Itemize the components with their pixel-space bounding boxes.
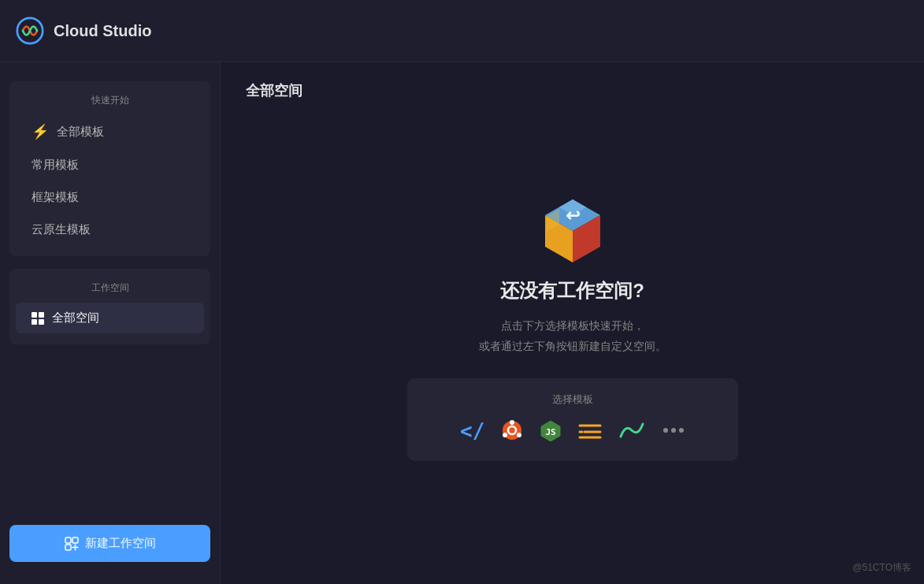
sidebar-item-common-templates[interactable]: 常用模板 (16, 150, 204, 180)
sidebar-item-all-spaces-label: 全部空间 (52, 311, 99, 325)
template-icons-row: </> (429, 419, 716, 447)
empty-state-desc: 点击下方选择模板快速开始， 或者通过左下角按钮新建自定义空间。 (479, 316, 666, 355)
grid-icon (32, 312, 44, 325)
sidebar-item-cloudnative-templates-label: 云原生模板 (32, 222, 91, 237)
empty-state-title: 还没有工作空间? (500, 278, 644, 303)
sidebar: 快速开始 ⚡ 全部模板 常用模板 框架模板 云原生模板 工作空间 全部空 (0, 62, 221, 584)
template-icon-ubuntu[interactable] (501, 419, 523, 447)
svg-rect-2 (72, 538, 78, 543)
svg-text:↩: ↩ (566, 206, 581, 225)
page-title: 全部空间 (246, 81, 899, 100)
template-icon-code[interactable]: </> (460, 419, 485, 447)
new-workspace-icon (65, 537, 79, 551)
nodejs-icon: JS (539, 419, 562, 441)
app-body: 快速开始 ⚡ 全部模板 常用模板 框架模板 云原生模板 工作空间 全部空 (0, 62, 924, 584)
more-icon (662, 419, 685, 441)
sidebar-item-all-spaces[interactable]: 全部空间 (16, 303, 204, 333)
watermark: @51CTO博客 (852, 561, 911, 575)
template-selector-label: 选择模板 (429, 392, 716, 407)
template-icon-more[interactable] (662, 419, 685, 447)
nuxt-icon (618, 419, 646, 441)
main-content: 全部空间 ↩ 还没有工作空间? 点击下方选择模板快速开始， (221, 62, 924, 584)
new-workspace-button[interactable]: 新建工作空间 (9, 525, 210, 562)
app-logo-icon (16, 17, 44, 45)
sidebar-item-all-templates[interactable]: ⚡ 全部模板 (16, 115, 204, 148)
quick-start-label: 快速开始 (9, 91, 210, 113)
svg-rect-3 (65, 545, 71, 550)
sidebar-item-framework-templates[interactable]: 框架模板 (16, 182, 204, 213)
svg-rect-1 (65, 538, 71, 543)
sidebar-item-cloudnative-templates[interactable]: 云原生模板 (16, 214, 204, 245)
template-icon-list[interactable] (578, 419, 602, 447)
svg-point-16 (503, 433, 507, 437)
svg-point-26 (679, 428, 684, 433)
sidebar-item-framework-templates-label: 框架模板 (32, 190, 79, 205)
sidebar-item-all-templates-label: 全部模板 (57, 125, 104, 139)
list-icon (578, 419, 602, 441)
empty-state: ↩ 还没有工作空间? 点击下方选择模板快速开始， 或者通过左下角按钮新建自定义空… (246, 119, 899, 565)
sidebar-item-common-templates-label: 常用模板 (32, 158, 79, 173)
ubuntu-icon (501, 419, 523, 441)
template-icon-nuxt[interactable] (618, 419, 646, 447)
template-selector: 选择模板 </> (407, 378, 738, 461)
svg-text:JS: JS (545, 427, 555, 437)
workspace-section: 工作空间 全部空间 (9, 269, 210, 344)
app-header: Cloud Studio (0, 0, 924, 62)
quick-start-section: 快速开始 ⚡ 全部模板 常用模板 框架模板 云原生模板 (9, 81, 210, 256)
template-icon-nodejs[interactable]: JS (539, 419, 562, 447)
lightning-icon: ⚡ (32, 123, 49, 140)
cube-illustration: ↩ (529, 192, 616, 278)
svg-point-17 (517, 433, 521, 437)
svg-point-25 (671, 428, 676, 433)
svg-text:</>: </> (460, 419, 485, 441)
code-brackets-icon: </> (460, 419, 485, 441)
svg-point-24 (663, 428, 668, 433)
svg-point-15 (510, 420, 514, 425)
new-workspace-label: 新建工作空间 (85, 536, 156, 551)
app-title: Cloud Studio (54, 22, 151, 40)
workspace-label: 工作空间 (9, 278, 210, 301)
